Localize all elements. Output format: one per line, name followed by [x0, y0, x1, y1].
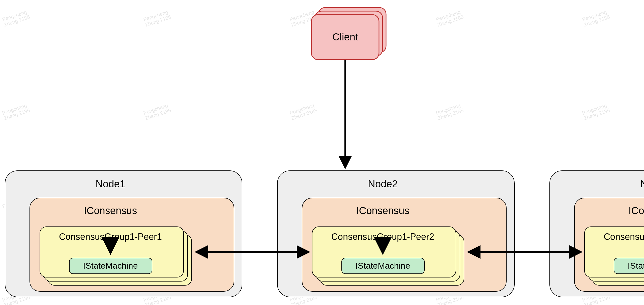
node2-label: Node2 — [368, 178, 398, 189]
node3-state-label: IStateMachine — [628, 261, 644, 270]
node3-peer-label: ConsensusGroup1-Peer3 — [604, 232, 644, 242]
node1-state-label: IStateMachine — [83, 261, 138, 270]
node1-consensus-label: IConsensus — [84, 205, 137, 216]
node3-label: Node3 — [640, 178, 644, 189]
node2-consensus-label: IConsensus — [356, 205, 409, 216]
node2-state-label: IStateMachine — [355, 261, 410, 270]
client-label: Client — [332, 31, 358, 42]
node1-label: Node1 — [96, 178, 125, 189]
node2-box: Node2 IConsensus ConsensusGroup1-Peer2 I… — [277, 171, 514, 297]
node2-peer-label: ConsensusGroup1-Peer2 — [331, 232, 434, 242]
node1-box: Node1 IConsensus ConsensusGroup1-Peer1 I… — [5, 171, 242, 297]
node3-consensus-label: IConsensus — [628, 205, 644, 216]
client-box: Client — [311, 8, 386, 60]
node3-box: Node3 IConsensus ConsensusGroup1-Peer3 I… — [550, 171, 644, 297]
node1-peer-label: ConsensusGroup1-Peer1 — [59, 232, 162, 242]
